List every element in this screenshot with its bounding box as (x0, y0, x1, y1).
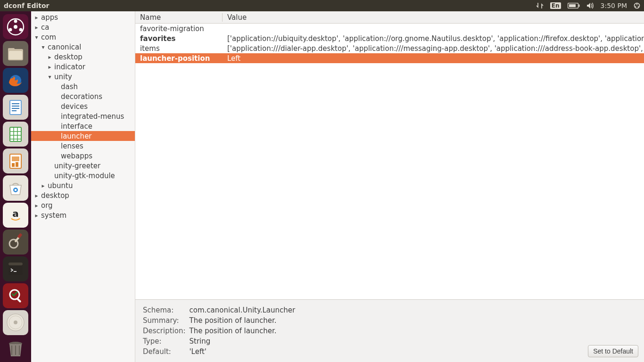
svg-rect-2 (569, 4, 576, 7)
set-to-default-button[interactable]: Set to Default (588, 345, 638, 357)
tree-label: launcher (59, 132, 92, 140)
network-icon[interactable] (536, 2, 544, 9)
tree-item-org[interactable]: ▸org (31, 200, 135, 210)
svg-rect-23 (16, 162, 18, 167)
svg-rect-11 (9, 51, 22, 59)
unity-launcher: a (0, 11, 31, 362)
launcher-item-files[interactable] (3, 41, 28, 66)
tree-item-devices[interactable]: devices (31, 101, 135, 111)
expander-icon[interactable]: ▸ (47, 54, 52, 60)
key-name: items (135, 44, 223, 53)
tree-label: interface (59, 122, 92, 131)
description-value: The position of launcher. (189, 326, 298, 336)
tree-item-system[interactable]: ▸system (31, 210, 135, 220)
expander-icon[interactable]: ▸ (41, 183, 46, 189)
key-list[interactable]: favorite-migrationfavorites['application… (135, 24, 644, 299)
description-label: Description: (143, 326, 188, 336)
tree-item-webapps[interactable]: webapps (31, 151, 135, 161)
launcher-item-writer[interactable] (3, 95, 28, 120)
launcher-item-firefox[interactable] (3, 68, 28, 93)
launcher-item-terminal[interactable] (3, 256, 28, 281)
expander-icon[interactable]: ▸ (34, 203, 39, 208)
launcher-item-settings[interactable] (3, 230, 28, 255)
launcher-item-dconf[interactable] (3, 283, 28, 308)
detail-pane: Schema:com.canonical.Unity.Launcher Summ… (135, 299, 644, 362)
keyboard-indicator[interactable]: En (550, 2, 561, 9)
key-row-items[interactable]: items['application:///dialer-app.desktop… (135, 43, 644, 53)
tree-item-unity-gtk-module[interactable]: unity-gtk-module (31, 171, 135, 181)
tree-item-com[interactable]: ▾com (31, 32, 135, 42)
tree-label: webapps (59, 152, 92, 160)
column-header-name[interactable]: Name (135, 13, 223, 22)
svg-rect-32 (14, 271, 17, 272)
tree-label: devices (59, 102, 88, 111)
expander-icon[interactable]: ▾ (47, 74, 52, 80)
tree-label: unity-greeter (52, 162, 100, 170)
default-label: Default: (143, 347, 188, 356)
tree-item-lenses[interactable]: lenses (31, 141, 135, 151)
indicator-area: En 3:50 PM (536, 2, 640, 9)
svg-rect-31 (8, 263, 23, 265)
tree-item-decorations[interactable]: decorations (31, 91, 135, 101)
menubar: dconf Editor En 3:50 PM (0, 0, 644, 11)
battery-icon[interactable] (568, 3, 580, 8)
session-icon[interactable] (634, 2, 640, 9)
expander-icon[interactable]: ▸ (34, 213, 39, 218)
svg-rect-10 (8, 48, 15, 51)
tree-label: unity-gtk-module (52, 172, 115, 180)
launcher-item-software[interactable] (3, 175, 28, 200)
launcher-item-trash[interactable] (3, 337, 28, 362)
sound-icon[interactable] (586, 2, 594, 9)
tree-item-desktop[interactable]: ▸desktop (31, 190, 135, 200)
svg-rect-16 (12, 106, 19, 107)
tree-item-unity-greeter[interactable]: unity-greeter (31, 161, 135, 171)
tree-label: ca (39, 23, 49, 32)
svg-rect-25 (15, 189, 17, 191)
tree-label: canonical (46, 43, 81, 51)
clock[interactable]: 3:50 PM (601, 2, 627, 9)
tree-item-unity[interactable]: ▾unity (31, 72, 135, 82)
expander-icon[interactable]: ▸ (34, 15, 39, 20)
tree-item-ca[interactable]: ▸ca (31, 22, 135, 32)
svg-text:a: a (12, 208, 19, 219)
expander-icon[interactable]: ▸ (34, 193, 39, 198)
launcher-item-amazon[interactable]: a (3, 203, 28, 228)
list-header: Name Value (135, 11, 644, 24)
key-row-favorites[interactable]: favorites['application://ubiquity.deskto… (135, 33, 644, 43)
launcher-item-impress[interactable] (3, 148, 28, 173)
expander-icon[interactable]: ▾ (41, 44, 46, 50)
column-header-value[interactable]: Value (223, 13, 644, 22)
key-row-launcher-position[interactable]: launcher-positionLeft (135, 53, 644, 63)
svg-rect-21 (12, 156, 19, 161)
launcher-item-calc[interactable] (3, 122, 28, 147)
key-name: favorites (135, 34, 223, 43)
tree-label: system (39, 211, 66, 220)
schema-tree[interactable]: ▸apps▸ca▾com▾canonical▸desktop▸indicator… (31, 11, 135, 362)
key-list-pane: Name Value favorite-migrationfavorites['… (135, 11, 644, 362)
launcher-item-disk[interactable] (3, 310, 28, 335)
tree-item-ubuntu[interactable]: ▸ubuntu (31, 181, 135, 190)
tree-item-apps[interactable]: ▸apps (31, 12, 135, 22)
expander-icon[interactable]: ▾ (34, 34, 39, 40)
expander-icon[interactable]: ▸ (34, 25, 39, 30)
svg-rect-17 (12, 108, 19, 109)
key-value: Left (223, 54, 644, 63)
tree-label: integrated-menus (59, 112, 124, 121)
svg-rect-1 (578, 5, 579, 7)
key-row-favorite-migration[interactable]: favorite-migration (135, 24, 644, 33)
tree-item-canonical[interactable]: ▾canonical (31, 42, 135, 52)
tree-item-launcher[interactable]: launcher (31, 131, 135, 141)
tree-item-indicator[interactable]: ▸indicator (31, 62, 135, 72)
launcher-item-dash[interactable] (3, 14, 28, 39)
tree-item-dash[interactable]: dash (31, 82, 135, 91)
tree-label: apps (39, 13, 58, 22)
tree-item-desktop[interactable]: ▸desktop (31, 52, 135, 62)
default-value: 'Left' (189, 347, 298, 356)
tree-item-integrated-menus[interactable]: integrated-menus (31, 111, 135, 121)
schema-label: Schema: (143, 305, 188, 315)
svg-rect-34 (16, 297, 21, 303)
tree-item-interface[interactable]: interface (31, 121, 135, 131)
svg-point-8 (14, 25, 17, 29)
expander-icon[interactable]: ▸ (47, 64, 52, 70)
svg-rect-18 (12, 110, 17, 111)
